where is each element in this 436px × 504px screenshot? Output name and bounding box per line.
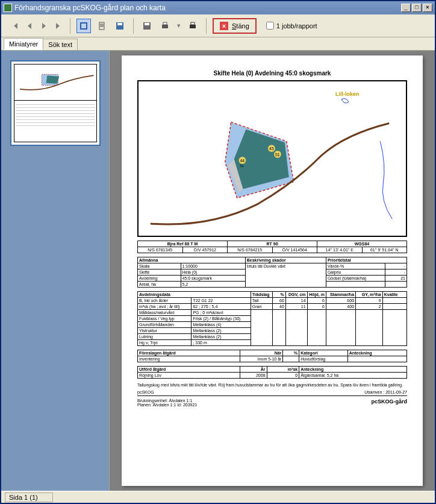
avd-table: Avdelningsdata Trädslag % DGV, cm Höjd, … bbox=[137, 291, 407, 346]
separator bbox=[133, 18, 134, 34]
svg-text:44: 44 bbox=[240, 159, 244, 163]
app-icon bbox=[4, 4, 12, 12]
status-page: Sida 1 (1) bbox=[5, 493, 53, 502]
close-preview-button[interactable]: × Stäng bbox=[213, 18, 257, 34]
one-job-label: 1 jobb/rapport bbox=[276, 22, 317, 30]
first-page-button[interactable] bbox=[10, 20, 20, 31]
svg-rect-3 bbox=[117, 23, 122, 25]
svg-rect-9 bbox=[191, 22, 195, 25]
svg-rect-1 bbox=[99, 22, 104, 30]
general-table: Allmänna Beskrivning skador Prioritetsta… bbox=[137, 257, 407, 288]
tab-strip: Miniatyrer Sök text bbox=[1, 37, 435, 51]
svg-rect-8 bbox=[190, 25, 196, 28]
svg-rect-0 bbox=[81, 23, 87, 29]
tab-search[interactable]: Sök text bbox=[43, 39, 78, 50]
separator bbox=[206, 18, 207, 34]
svg-text:51: 51 bbox=[275, 153, 280, 157]
svg-rect-7 bbox=[163, 22, 167, 25]
save-as-button[interactable] bbox=[140, 19, 154, 33]
next-page-button[interactable] bbox=[39, 20, 49, 31]
close-icon: × bbox=[220, 22, 228, 30]
footer-brand: pcSKOG-gård bbox=[371, 398, 407, 407]
page-title: Skifte Hela (0) Avdelning 45:0 skogsmark bbox=[137, 70, 407, 77]
coord-table: Bjra Ref 88 T M RT 90 WGS84 N/S 6781345 … bbox=[137, 241, 407, 253]
map-box: 45 51 44 51 Lill-loken bbox=[137, 80, 407, 237]
svg-rect-5 bbox=[145, 23, 149, 25]
view-page-button[interactable] bbox=[95, 19, 109, 33]
svg-text:45: 45 bbox=[269, 146, 274, 151]
window-close-button[interactable] bbox=[423, 4, 432, 12]
one-job-checkbox[interactable]: 1 jobb/rapport bbox=[266, 22, 317, 30]
svg-rect-6 bbox=[162, 25, 168, 28]
page-thumbnail-1[interactable] bbox=[10, 60, 101, 146]
window-title: Förhandsgranska pcSKOG-gård plan och kar… bbox=[14, 4, 166, 12]
foreslaget-table: Föreslagen åtgärd När % Kategori Anteckn… bbox=[137, 350, 407, 362]
map-label: Lill-loken bbox=[335, 91, 359, 97]
save-button[interactable] bbox=[113, 19, 127, 33]
separator bbox=[70, 18, 70, 34]
footer-brukning: Brukningsenhet: Älvdalen 1:1 bbox=[137, 398, 197, 403]
thumbnails-sidebar bbox=[1, 51, 110, 491]
utfort-table: Utförd åtgärd År m³sk Anteckning Röjning… bbox=[137, 366, 407, 379]
tab-thumbnails[interactable]: Miniatyrer bbox=[4, 38, 43, 50]
prev-page-button[interactable] bbox=[24, 20, 35, 31]
maximize-button[interactable] bbox=[412, 4, 422, 12]
svg-marker-11 bbox=[46, 75, 59, 84]
footer-printed: Utskriven : 2011-09-27 bbox=[364, 390, 407, 394]
last-page-button[interactable] bbox=[53, 20, 64, 31]
minimize-button[interactable] bbox=[401, 4, 411, 12]
preview-page: Skifte Hela (0) Avdelning 45:0 skogsmark… bbox=[122, 55, 423, 486]
footer-plan: Planen: Älvdalen 1:1 Id: 203921 bbox=[137, 403, 197, 407]
view-thumbnail-button[interactable] bbox=[76, 19, 91, 33]
page-viewer[interactable]: Skifte Hela (0) Avdelning 45:0 skogsmark… bbox=[110, 51, 435, 491]
print-setup-button[interactable] bbox=[158, 19, 172, 33]
print-dropdown-button[interactable]: ▾ bbox=[176, 20, 182, 31]
footer-app: pcSKOG bbox=[137, 390, 154, 394]
toolbar: ▾ × Stäng 1 jobb/rapport bbox=[1, 14, 435, 37]
note-text: Tallungskog med bitvis mkt tät löv/tde v… bbox=[137, 382, 407, 388]
title-bar: Förhandsgranska pcSKOG-gård plan och kar… bbox=[1, 1, 435, 14]
svg-text:51: 51 bbox=[240, 164, 244, 168]
status-bar: Sida 1 (1) bbox=[1, 491, 435, 503]
print-button[interactable] bbox=[185, 19, 200, 33]
